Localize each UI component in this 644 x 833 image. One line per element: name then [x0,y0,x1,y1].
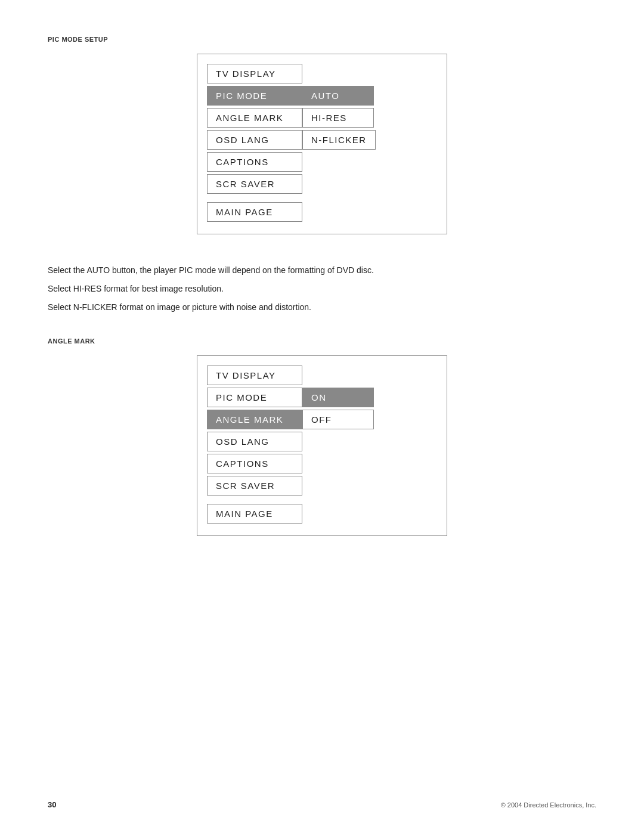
menu2-cell-scr-saver: SCR SAVER [207,476,302,496]
menu1-row-4: OSD LANG N-FLICKER [207,130,437,150]
menu1-row-5: CAPTIONS [207,152,437,172]
menu2-row-main: MAIN PAGE [207,504,437,524]
footer: 30 © 2004 Directed Electronics, Inc. [48,800,596,809]
menu1-wrapper: TV DISPLAY PIC MODE AUTO ANGLE MARK HI-R… [48,54,596,234]
description-block-1: Select the AUTO button, the player PIC m… [48,264,596,320]
menu1-row-2: PIC MODE AUTO [207,86,437,106]
desc-text-2: Select HI-RES format for best image reso… [48,283,596,295]
section-label-1: PIC MODE SETUP [48,36,596,43]
menu1-row-3: ANGLE MARK HI-RES [207,108,437,128]
menu2-cell-captions: CAPTIONS [207,454,302,473]
menu1-cell-scr-saver: SCR SAVER [207,174,302,194]
copyright: © 2004 Directed Electronics, Inc. [501,801,596,809]
menu2-row-4: OSD LANG [207,432,437,451]
menu1-cell-tv-display: TV DISPLAY [207,64,302,83]
menu2-cell-on: ON [302,388,374,407]
menu2-row-6: SCR SAVER [207,476,437,496]
menu2-cell-main-page: MAIN PAGE [207,504,302,524]
menu2-box: TV DISPLAY PIC MODE ON ANGLE MARK OFF OS… [197,355,447,536]
menu2-cell-angle-mark: ANGLE MARK [207,410,302,429]
menu2-row-5: CAPTIONS [207,454,437,473]
menu2-wrapper: TV DISPLAY PIC MODE ON ANGLE MARK OFF OS… [48,355,596,536]
menu1-cell-captions: CAPTIONS [207,152,302,172]
menu1-cell-osd-lang: OSD LANG [207,130,302,150]
menu2-row-2: PIC MODE ON [207,388,437,407]
page-number: 30 [48,800,56,809]
desc-text-1: Select the AUTO button, the player PIC m… [48,264,596,277]
menu1-box: TV DISPLAY PIC MODE AUTO ANGLE MARK HI-R… [197,54,447,234]
menu2-row-1: TV DISPLAY [207,366,437,385]
menu1-cell-hi-res: HI-RES [302,108,374,128]
menu1-cell-main-page: MAIN PAGE [207,202,302,222]
menu1-cell-auto: AUTO [302,86,374,106]
menu1-row-6: SCR SAVER [207,174,437,194]
desc-text-3: Select N-FLICKER format on image or pict… [48,301,596,314]
page-container: PIC MODE SETUP TV DISPLAY PIC MODE AUTO … [0,0,644,833]
menu1-cell-angle-mark: ANGLE MARK [207,108,302,128]
section-label-2: ANGLE MARK [48,337,596,345]
menu1-row-1: TV DISPLAY [207,64,437,83]
menu1-row-main: MAIN PAGE [207,202,437,222]
menu2-row-3: ANGLE MARK OFF [207,410,437,429]
menu2-cell-off: OFF [302,410,374,429]
menu2-cell-tv-display: TV DISPLAY [207,366,302,385]
menu2-cell-osd-lang: OSD LANG [207,432,302,451]
menu2-cell-pic-mode: PIC MODE [207,388,302,407]
menu1-cell-n-flicker: N-FLICKER [302,130,376,150]
menu1-cell-pic-mode: PIC MODE [207,86,302,106]
